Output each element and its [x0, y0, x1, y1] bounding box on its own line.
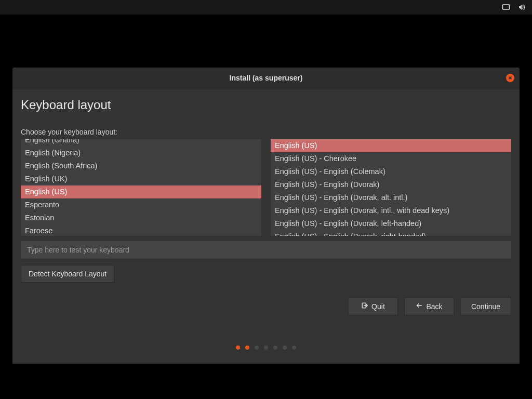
- progress-dot: [283, 345, 287, 350]
- titlebar: Install (as superuser): [12, 68, 520, 88]
- layout-option-left[interactable]: Faroese: [21, 224, 261, 236]
- progress-dot: [292, 345, 296, 350]
- svg-rect-0: [503, 5, 510, 9]
- continue-button[interactable]: Continue: [460, 297, 511, 315]
- layout-option-right[interactable]: English (US) - English (Dvorak, intl., w…: [271, 204, 511, 217]
- progress-dot: [255, 345, 259, 350]
- layout-lists-row: English (Ghana)English (Nigeria)English …: [21, 139, 511, 236]
- choose-layout-label: Choose your keyboard layout:: [21, 128, 511, 136]
- back-arrow-icon: [416, 302, 423, 311]
- layout-option-right[interactable]: English (US) - English (Dvorak, right-ha…: [271, 230, 511, 236]
- layout-option-right[interactable]: English (US) - English (Dvorak, left-han…: [271, 217, 511, 230]
- layout-option-right[interactable]: English (US) - Cherokee: [271, 152, 511, 165]
- layout-option-left[interactable]: English (Ghana): [21, 139, 261, 147]
- back-button[interactable]: Back: [404, 297, 454, 315]
- quit-icon: [361, 302, 368, 311]
- layout-option-left[interactable]: Estonian: [21, 211, 261, 224]
- progress-dot: [273, 345, 277, 350]
- keyboard-test-input[interactable]: [21, 241, 511, 259]
- detect-keyboard-button[interactable]: Detect Keyboard Layout: [21, 265, 114, 283]
- window-title: Install (as superuser): [230, 74, 303, 82]
- quit-button[interactable]: Quit: [348, 297, 398, 315]
- layout-option-right[interactable]: English (US) - English (Dvorak, alt. int…: [271, 191, 511, 204]
- progress-dot: [245, 345, 249, 350]
- back-button-label: Back: [426, 302, 442, 311]
- screen-icon[interactable]: [502, 3, 510, 11]
- layout-option-left[interactable]: English (South Africa): [21, 159, 261, 172]
- layout-option-left[interactable]: Esperanto: [21, 198, 261, 211]
- installer-content: Keyboard layout Choose your keyboard lay…: [12, 88, 520, 364]
- progress-dot: [264, 345, 268, 350]
- progress-dot: [236, 345, 240, 350]
- layout-option-right[interactable]: English (US) - English (Colemak): [271, 165, 511, 178]
- system-topbar: [0, 0, 532, 15]
- continue-button-label: Continue: [471, 302, 500, 311]
- layout-option-left[interactable]: English (Nigeria): [21, 147, 261, 159]
- installer-window: Install (as superuser) Keyboard layout C…: [12, 68, 520, 364]
- nav-button-row: Quit Back Continue: [21, 297, 511, 315]
- layout-option-left[interactable]: English (UK): [21, 172, 261, 185]
- progress-dots: [21, 345, 511, 350]
- quit-button-label: Quit: [371, 302, 385, 311]
- page-title: Keyboard layout: [21, 98, 511, 112]
- layout-option-right[interactable]: English (US): [271, 139, 511, 152]
- layout-option-right[interactable]: English (US) - English (Dvorak): [271, 178, 511, 191]
- close-icon[interactable]: [506, 74, 514, 82]
- volume-icon[interactable]: [517, 3, 526, 11]
- layout-option-left[interactable]: English (US): [21, 185, 261, 198]
- layout-list-left[interactable]: English (Ghana)English (Nigeria)English …: [21, 139, 261, 236]
- layout-list-right[interactable]: English (US)English (US) - CherokeeEngli…: [271, 139, 511, 236]
